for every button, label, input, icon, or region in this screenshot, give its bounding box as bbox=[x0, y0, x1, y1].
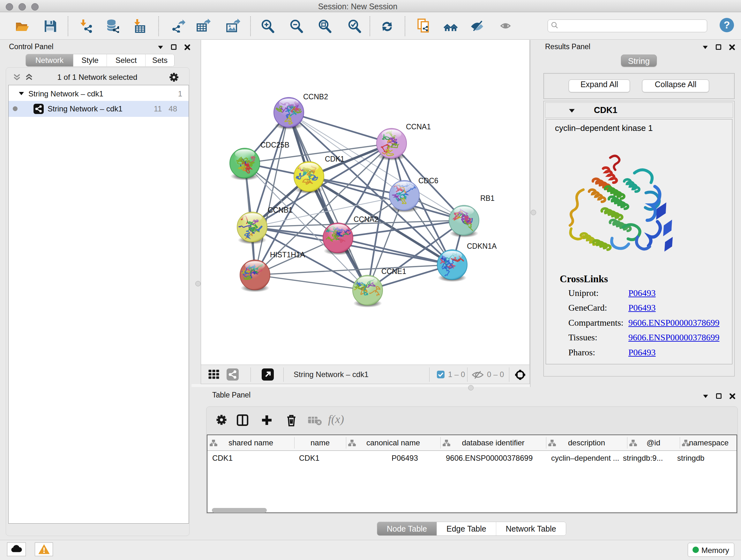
svg-text:HIST1H1A: HIST1H1A bbox=[270, 251, 306, 259]
svg-text:CDK1: CDK1 bbox=[325, 155, 344, 163]
svg-text:CCNA2: CCNA2 bbox=[354, 215, 379, 224]
svg-text:CDC6: CDC6 bbox=[418, 177, 439, 185]
svg-text:CDC25B: CDC25B bbox=[260, 141, 289, 149]
svg-text:RB1: RB1 bbox=[480, 194, 495, 202]
svg-text:CDKN1A: CDKN1A bbox=[467, 242, 497, 250]
svg-text:CCNB2: CCNB2 bbox=[303, 92, 328, 101]
svg-text:CCNB1: CCNB1 bbox=[268, 206, 293, 214]
svg-text:CCNA1: CCNA1 bbox=[406, 123, 431, 131]
svg-text:CCNE1: CCNE1 bbox=[381, 267, 406, 275]
